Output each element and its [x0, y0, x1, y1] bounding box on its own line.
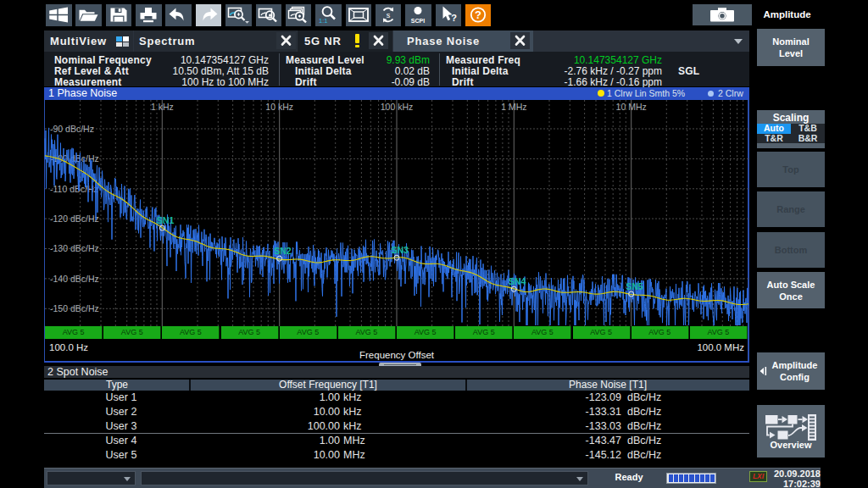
- svg-text:1 kHz: 1 kHz: [151, 102, 174, 112]
- svg-text:SN3: SN3: [392, 245, 409, 255]
- svg-text:-130 dBc/Hz: -130 dBc/Hz: [50, 243, 99, 253]
- svg-text:SN4: SN4: [509, 276, 526, 286]
- svg-text:SN1: SN1: [157, 215, 175, 225]
- svg-text:-110 dBc/Hz: -110 dBc/Hz: [50, 184, 98, 194]
- svg-text:10 MHz: 10 MHz: [616, 102, 647, 112]
- svg-text:1 MHz: 1 MHz: [501, 102, 526, 112]
- svg-text:SN5: SN5: [626, 281, 643, 291]
- svg-text:-120 dBc/Hz: -120 dBc/Hz: [50, 214, 99, 224]
- svg-text:-90 dBc/Hz: -90 dBc/Hz: [50, 124, 94, 134]
- svg-text:10 kHz: 10 kHz: [265, 102, 293, 112]
- svg-text:-140 dBc/Hz: -140 dBc/Hz: [50, 274, 99, 284]
- svg-text:SN2: SN2: [274, 246, 292, 256]
- svg-text:-150 dBc/Hz: -150 dBc/Hz: [50, 303, 99, 313]
- svg-text:100 kHz: 100 kHz: [381, 102, 414, 112]
